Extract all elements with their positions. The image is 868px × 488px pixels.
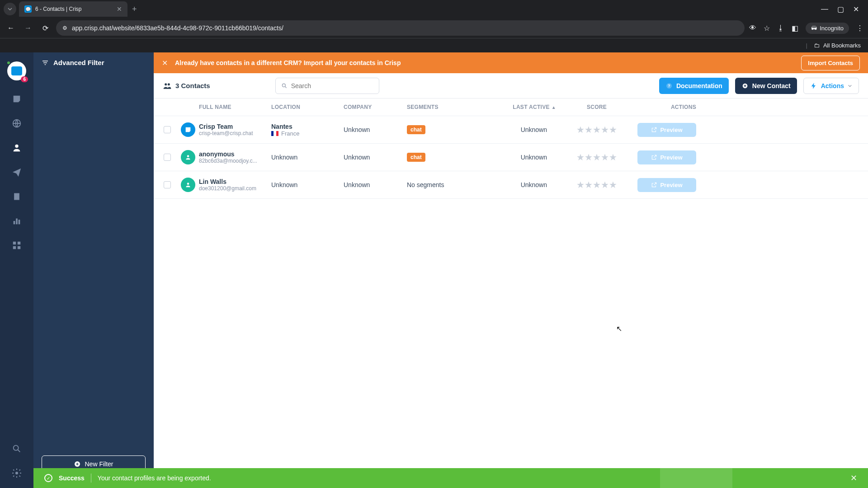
import-contacts-button[interactable]: Import Contacts xyxy=(801,56,860,70)
row-checkbox[interactable] xyxy=(164,126,171,133)
score-stars[interactable]: ★★★★★ xyxy=(556,124,637,135)
chevron-down-icon xyxy=(7,6,13,12)
banner-close-icon[interactable]: ✕ xyxy=(162,59,168,67)
site-settings-icon[interactable]: ⚙ xyxy=(62,25,67,31)
preview-button[interactable]: Preview xyxy=(637,123,696,137)
company-cell: Unknown xyxy=(344,181,407,188)
no-segments-label: No segments xyxy=(407,181,444,188)
new-tab-button[interactable]: + xyxy=(132,5,137,14)
bookmark-bar: | 🗀 All Bookmarks xyxy=(0,38,868,52)
inbox-icon[interactable] xyxy=(11,93,23,105)
table-header: FULL NAME LOCATION COMPANY SEGMENTS LAST… xyxy=(154,99,868,116)
browser-chrome: 💬 6 - Contacts | Crisp ✕ + — ▢ ✕ ← → ⟳ ⚙… xyxy=(0,0,868,52)
name-cell[interactable]: anonymous 82bc6d3a@moodjoy.c... xyxy=(199,150,271,164)
segments-cell: No segments xyxy=(407,181,488,188)
browser-menu-icon[interactable]: ⋮ xyxy=(856,24,863,33)
avatar[interactable] xyxy=(181,122,195,137)
toast-close-icon[interactable]: ✕ xyxy=(850,473,857,483)
segments-cell: chat xyxy=(407,125,488,134)
actions-dropdown[interactable]: Actions xyxy=(803,78,859,94)
tab-close-icon[interactable]: ✕ xyxy=(117,5,122,13)
preview-button[interactable]: Preview xyxy=(637,150,696,164)
segment-tag[interactable]: chat xyxy=(407,153,425,162)
filter-header[interactable]: Advanced Filter xyxy=(33,52,154,73)
documentation-label: Documentation xyxy=(676,82,722,89)
svg-point-19 xyxy=(187,155,189,157)
browser-tab[interactable]: 💬 6 - Contacts | Crisp ✕ xyxy=(19,1,127,17)
success-toast: ✓ Success Your contact profiles are bein… xyxy=(33,468,868,488)
name-cell[interactable]: Crisp Team crisp-team@crisp.chat xyxy=(199,123,271,136)
helpdesk-icon[interactable] xyxy=(11,191,23,202)
plugins-icon[interactable] xyxy=(11,239,23,251)
search-input[interactable] xyxy=(291,82,373,89)
row-checkbox[interactable] xyxy=(164,181,171,188)
score-stars[interactable]: ★★★★★ xyxy=(556,152,637,163)
row-checkbox[interactable] xyxy=(164,154,171,161)
eye-off-icon[interactable]: 👁 xyxy=(749,24,756,32)
score-stars[interactable]: ★★★★★ xyxy=(556,179,637,190)
bookmark-star-icon[interactable]: ☆ xyxy=(764,24,770,33)
svg-text:?: ? xyxy=(668,83,670,88)
preview-button[interactable]: Preview xyxy=(637,178,696,192)
chat-bubble-icon xyxy=(184,126,192,133)
table-row[interactable]: Crisp Team crisp-team@crisp.chat NantesF… xyxy=(154,116,868,144)
maximize-icon[interactable]: ▢ xyxy=(837,5,844,14)
download-icon[interactable]: ⭳ xyxy=(777,24,784,32)
app-logo[interactable]: 6 xyxy=(7,61,26,80)
favicon-icon: 💬 xyxy=(24,5,32,13)
toast-divider xyxy=(91,474,91,483)
reload-button[interactable]: ⟳ xyxy=(39,24,52,33)
sort-asc-icon: ▲ xyxy=(552,105,556,110)
col-actions: ACTIONS xyxy=(637,104,696,110)
new-filter-label: New Filter xyxy=(85,460,113,468)
forward-button[interactable]: → xyxy=(22,24,34,32)
svg-point-20 xyxy=(187,183,189,185)
all-bookmarks-link[interactable]: All Bookmarks xyxy=(823,42,861,49)
location-cell: NantesFrance xyxy=(271,123,344,137)
col-score[interactable]: SCORE xyxy=(556,104,637,110)
avatar[interactable] xyxy=(181,178,195,192)
svg-rect-3 xyxy=(14,221,15,224)
avatar[interactable] xyxy=(181,150,195,164)
table-row[interactable]: Lin Walls doe301200@gmail.com Unknown Un… xyxy=(154,171,868,199)
person-icon xyxy=(185,154,191,160)
table-row[interactable]: anonymous 82bc6d3a@moodjoy.c... Unknown … xyxy=(154,144,868,171)
col-segments[interactable]: SEGMENTS xyxy=(407,104,488,110)
tab-search-dropdown[interactable] xyxy=(4,3,16,15)
col-full-name[interactable]: FULL NAME xyxy=(199,104,271,110)
svg-rect-9 xyxy=(18,246,20,249)
side-panel-icon[interactable]: ◧ xyxy=(792,24,798,33)
analytics-icon[interactable] xyxy=(11,215,23,227)
search-icon[interactable] xyxy=(11,443,23,455)
url-text: app.crisp.chat/website/6833ae5b-844d-4c9… xyxy=(72,24,283,32)
bolt-icon xyxy=(810,82,817,89)
col-location[interactable]: LOCATION xyxy=(271,104,344,110)
minimize-icon[interactable]: — xyxy=(821,5,828,14)
search-box[interactable] xyxy=(275,78,379,94)
external-link-icon xyxy=(651,182,657,188)
incognito-pill[interactable]: 🕶 Incognito xyxy=(806,23,849,34)
settings-icon[interactable] xyxy=(11,467,23,479)
app-root: 6 Advanced Filter New Filter ✕ Already h… xyxy=(0,52,868,488)
name-cell[interactable]: Lin Walls doe301200@gmail.com xyxy=(199,178,271,192)
svg-point-10 xyxy=(14,446,19,450)
contacts-icon[interactable] xyxy=(11,142,23,154)
nav-rail: 6 xyxy=(0,52,33,488)
svg-rect-5 xyxy=(19,220,20,224)
actions-label: Actions xyxy=(821,82,844,89)
globe-icon[interactable] xyxy=(11,117,23,129)
back-button[interactable]: ← xyxy=(5,24,17,32)
filter-title: Advanced Filter xyxy=(53,59,104,66)
documentation-button[interactable]: ? Documentation xyxy=(659,78,729,94)
svg-point-13 xyxy=(165,83,167,85)
col-last-active[interactable]: LAST ACTIVE▲ xyxy=(488,104,556,110)
import-banner: ✕ Already have contacts in a different C… xyxy=(154,52,868,73)
col-company[interactable]: COMPANY xyxy=(344,104,407,110)
new-contact-button[interactable]: New Contact xyxy=(735,78,797,94)
campaigns-icon[interactable] xyxy=(11,166,23,178)
url-field[interactable]: ⚙ app.crisp.chat/website/6833ae5b-844d-4… xyxy=(56,20,745,36)
chat-bubble-icon xyxy=(11,66,22,75)
segment-tag[interactable]: chat xyxy=(407,125,425,134)
location-cell: Unknown xyxy=(271,181,344,188)
close-window-icon[interactable]: ✕ xyxy=(853,5,859,14)
